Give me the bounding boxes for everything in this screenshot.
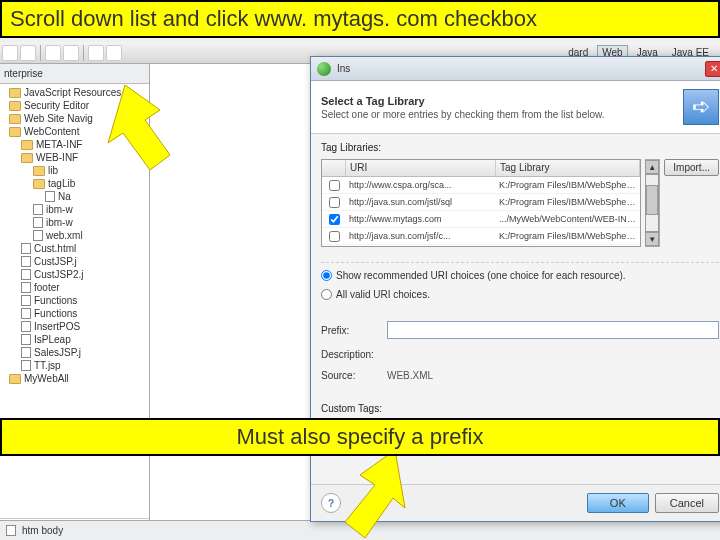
tree-item-label: lib (48, 165, 58, 176)
file-icon (33, 230, 43, 241)
tree-item[interactable]: MyWebAll (0, 372, 149, 385)
folder-icon (33, 166, 45, 176)
tree-item[interactable]: Functions (0, 307, 149, 320)
col-uri[interactable]: URI (346, 160, 496, 176)
tag-library-table[interactable]: URI Tag Library http://www.cspa.org/sca.… (321, 159, 641, 247)
row-checkbox[interactable] (329, 197, 340, 208)
import-button[interactable]: Import... (664, 159, 719, 176)
tree-item[interactable]: Na (0, 190, 149, 203)
status-icon (6, 525, 16, 536)
row-checkbox[interactable] (329, 231, 340, 242)
breadcrumb: htm body (22, 525, 63, 536)
cancel-button[interactable]: Cancel (655, 493, 719, 513)
tree-item-label: ibm-w (46, 204, 73, 215)
prefix-label: Prefix: (321, 325, 381, 336)
tree-item[interactable]: footer (0, 281, 149, 294)
radio-recommended-label: Show recommended URI choices (one choice… (336, 270, 626, 281)
tree-item[interactable]: ibm-w (0, 216, 149, 229)
scroll-thumb[interactable] (646, 185, 658, 215)
run-icon[interactable] (63, 45, 79, 61)
uri-cell: http://java.sun.com/jsf/c... (346, 231, 496, 241)
tree-item-label: Web Site Navig (24, 113, 93, 124)
description-label: Description: (321, 349, 381, 360)
folder-open-icon (9, 127, 21, 137)
table-row[interactable]: http://www.cspa.org/sca...K:/Program Fil… (322, 177, 640, 194)
folder-icon (9, 374, 21, 384)
uri-cell: http://java.sun.com/jstl/sql (346, 197, 496, 207)
row-checkbox[interactable] (329, 214, 340, 225)
tree-item-label: footer (34, 282, 60, 293)
tree-item-label: MyWebAll (24, 373, 69, 384)
radio-recommended[interactable]: Show recommended URI choices (one choice… (321, 270, 719, 281)
new-icon[interactable] (2, 45, 18, 61)
explorer-tab[interactable]: nterprise (0, 64, 149, 84)
dialog-icon (317, 62, 331, 76)
tree-item[interactable]: Functions (0, 294, 149, 307)
scroll-down-icon[interactable]: ▼ (645, 232, 659, 246)
tree-item-label: ibm-w (46, 217, 73, 228)
radio-all[interactable]: All valid URI choices. (321, 289, 719, 300)
tree-item[interactable]: IsPLeap (0, 333, 149, 346)
debug-icon[interactable] (45, 45, 61, 61)
tree-item[interactable]: SalesJSP.j (0, 346, 149, 359)
tree-item-label: web.xml (46, 230, 83, 241)
tree-item-label: tagLib (48, 178, 75, 189)
tree-item-label: TT.jsp (34, 360, 61, 371)
file-icon (21, 334, 31, 345)
folder-icon (9, 114, 21, 124)
source-value: WEB.XML (387, 370, 433, 381)
tree-item-label: SalesJSP.j (34, 347, 81, 358)
dialog-titlebar: Ins ✕ (311, 57, 720, 81)
table-row[interactable]: http://www.mytags.com.../MyWeb/WebConten… (322, 211, 640, 228)
tag-libs-label: Tag Libraries: (321, 142, 719, 153)
tree-item-label: Na (58, 191, 71, 202)
svg-marker-0 (108, 85, 170, 170)
dialog-header: Select a Tag Library Select one or more … (311, 81, 720, 134)
save-icon[interactable] (20, 45, 36, 61)
file-icon (21, 347, 31, 358)
tree-item[interactable]: web.xml (0, 229, 149, 242)
table-row[interactable]: http://java.sun.com/jsf/c...K:/Program F… (322, 228, 640, 245)
tree-item-label: WebContent (24, 126, 79, 137)
svg-marker-1 (345, 450, 405, 538)
lib-cell: K:/Program Files/IBM/WebSphere/AppServ..… (496, 197, 640, 207)
tree-item[interactable]: TT.jsp (0, 359, 149, 372)
file-icon (45, 191, 55, 202)
dialog-window-title: Ins (337, 63, 350, 74)
tree-item[interactable]: ibm-w (0, 203, 149, 216)
radio-all-label: All valid URI choices. (336, 289, 430, 300)
file-icon (21, 282, 31, 293)
close-icon[interactable]: ✕ (705, 61, 720, 77)
file-icon (21, 243, 31, 254)
tree-item[interactable]: CustJSP2.j (0, 268, 149, 281)
lib-cell: K:/Program Files/IBM/WebSphere/AppServ..… (496, 231, 640, 241)
ok-button[interactable]: OK (587, 493, 649, 513)
annotation-arrow (90, 85, 170, 175)
annotation-arrow (335, 450, 415, 540)
row-checkbox[interactable] (329, 180, 340, 191)
table-row[interactable]: http://java.sun.com/jstl/sqlK:/Program F… (322, 194, 640, 211)
prefix-input[interactable] (387, 321, 719, 339)
scroll-up-icon[interactable]: ▲ (645, 160, 659, 174)
folder-open-icon (21, 153, 33, 163)
tree-item[interactable]: Cust.html (0, 242, 149, 255)
tool-icon[interactable] (88, 45, 104, 61)
tree-item-label: WEB-INF (36, 152, 78, 163)
tree-item-label: CustJSP.j (34, 256, 77, 267)
table-scrollbar[interactable]: ▲ ▼ (645, 159, 660, 247)
tree-item-label: META-INF (36, 139, 82, 150)
folder-icon (21, 140, 33, 150)
lib-cell: .../MyWeb/WebContent/WEB-INF/tagLib/N... (496, 214, 640, 224)
file-icon (21, 360, 31, 371)
wizard-icon: ➪ (683, 89, 719, 125)
tree-item[interactable]: InsertPOS (0, 320, 149, 333)
file-icon (21, 295, 31, 306)
tree-item[interactable]: CustJSP.j (0, 255, 149, 268)
lib-cell: K:/Program Files/IBM/WebSphere/AppServ..… (496, 180, 640, 190)
tree-item[interactable]: tagLib (0, 177, 149, 190)
custom-tags-label: Custom Tags: (321, 403, 719, 414)
folder-icon (9, 101, 21, 111)
col-lib[interactable]: Tag Library (496, 160, 640, 176)
folder-icon (9, 88, 21, 98)
tool-icon[interactable] (106, 45, 122, 61)
